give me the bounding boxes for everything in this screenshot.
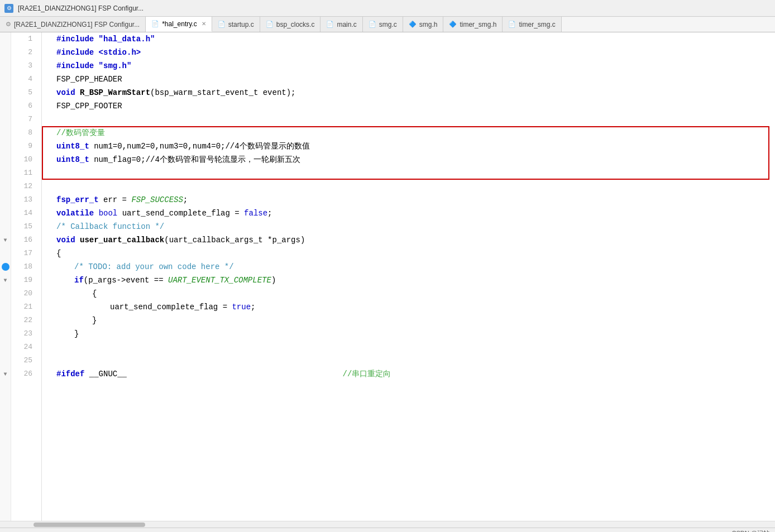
token: } — [74, 327, 79, 341]
tab-label-bsp_clocks: bsp_clocks.c — [276, 21, 315, 28]
code-content[interactable]: #include "hal_data.h"#include <stdio.h>#… — [42, 32, 775, 521]
line-number-6: 6 — [11, 99, 37, 113]
gutter-cell-3 — [0, 59, 11, 73]
tab-smg_h[interactable]: 🔷smg.h — [403, 17, 444, 32]
line-number-2: 2 — [11, 46, 37, 59]
collapse-icon-19[interactable]: ▼ — [3, 277, 7, 284]
horizontal-scrollbar[interactable] — [0, 521, 775, 528]
gutter-cell-25 — [0, 354, 11, 367]
token: num1=0,num2=0,num3=0,num4=0;//4个数码管显示的数值 — [94, 140, 309, 153]
gutter-cell-24 — [0, 341, 11, 354]
line-number-20: 20 — [11, 287, 37, 300]
tab-main[interactable]: 📄main.c — [320, 17, 362, 32]
tab-label-timer_smg_h: timer_smg.h — [460, 21, 496, 28]
code-line-4: FSP_CPP_HEADER — [47, 73, 775, 86]
line-number-3: 3 — [11, 59, 37, 73]
tab-label-fsp: [RA2E1_DIANZIZHONG1] FSP Configur... — [14, 21, 140, 28]
token: //数码管变量 — [56, 126, 105, 140]
tab-startup[interactable]: 📄startup.c — [212, 17, 260, 32]
token: (bsp_warm_start_event_t event); — [150, 86, 295, 99]
gutter-cell-5 — [0, 86, 11, 99]
code-line-10: uint8_t num_flag=0;//4个数码管和冒号轮流显示，一轮刷新五次 — [47, 153, 775, 166]
token: uart_send_complete_flag = — [122, 207, 244, 220]
line-number-13: 13 — [11, 193, 37, 207]
code-line-25: ​ — [47, 354, 775, 367]
token: R_BSP_WarmStart — [80, 86, 150, 99]
code-line-19: if(p_args->event == UART_EVENT_TX_COMPLE… — [47, 274, 775, 287]
token: ; — [183, 193, 188, 207]
gutter-cell-4 — [0, 73, 11, 86]
line-number-8: 8 — [11, 126, 37, 140]
code-line-23: } — [47, 327, 775, 341]
line-number-11: 11 — [11, 166, 37, 180]
tab-icon-timer_smg_h: 🔷 — [449, 21, 457, 28]
token: void — [56, 86, 80, 99]
token: FSP_CPP_HEADER — [56, 73, 122, 86]
token: UART_EVENT_TX_COMPLETE — [168, 274, 271, 287]
code-line-21: uart_send_complete_flag = true; — [47, 300, 775, 314]
tab-icon-bsp_clocks: 📄 — [266, 21, 274, 28]
gutter-cell-7 — [0, 113, 11, 126]
tab-bar: ⚙[RA2E1_DIANZIZHONG1] FSP Configur...📄*h… — [0, 17, 775, 32]
token: false — [244, 207, 267, 220]
debug-icon-18 — [2, 263, 9, 271]
tab-label-startup: startup.c — [228, 21, 254, 28]
token: #include <stdio.h> — [56, 46, 141, 59]
tab-timer_smg_c[interactable]: 📄timer_smg.c — [503, 17, 561, 32]
token: { — [56, 247, 61, 260]
code-line-12: ​ — [47, 180, 775, 193]
line-number-5: 5 — [11, 86, 37, 99]
line-number-18: 18 — [11, 260, 37, 274]
scroll-thumb[interactable] — [34, 523, 145, 527]
gutter-cell-16[interactable]: ▼ — [0, 233, 11, 247]
tab-smg_c[interactable]: 📄smg.c — [363, 17, 403, 32]
collapse-icon-26[interactable]: ▼ — [3, 371, 7, 377]
token: #ifdef — [56, 367, 89, 381]
line-number-19: 19 — [11, 274, 37, 287]
gutter-cell-1 — [0, 32, 11, 46]
tab-hal_entry[interactable]: 📄*hal_entry.c✕ — [146, 17, 212, 32]
token: } — [92, 314, 97, 327]
gutter-cell-26[interactable]: ▼ — [0, 367, 11, 381]
gutter-cell-21 — [0, 300, 11, 314]
token: bool — [99, 207, 122, 220]
app-icon: ⚙ — [4, 4, 13, 13]
code-line-24: ​ — [47, 341, 775, 354]
tab-close-hal_entry[interactable]: ✕ — [202, 21, 206, 27]
title-bar: ⚙ [RA2E1_DIANZIZHONG1] FSP Configur... — [0, 0, 775, 17]
tab-icon-smg_c: 📄 — [369, 21, 376, 28]
token: volatile — [56, 207, 99, 220]
token: ; — [251, 300, 255, 314]
code-line-5: void R_BSP_WarmStart(bsp_warm_start_even… — [47, 86, 775, 99]
token: (p_args->event == — [84, 274, 168, 287]
line-number-7: 7 — [11, 113, 37, 126]
token: err = — [103, 193, 131, 207]
tab-fsp[interactable]: ⚙[RA2E1_DIANZIZHONG1] FSP Configur... — [0, 17, 146, 32]
code-line-1: #include "hal_data.h" — [47, 32, 775, 46]
line-number-23: 23 — [11, 327, 37, 341]
token: void — [56, 233, 80, 247]
token: /* TODO: add your own code here */ — [74, 260, 234, 274]
tab-timer_smg_h[interactable]: 🔷timer_smg.h — [443, 17, 503, 32]
token: FSP_SUCCESS — [131, 193, 183, 207]
token: num_flag=0;//4个数码管和冒号轮流显示，一轮刷新五次 — [94, 153, 300, 166]
tab-bsp_clocks[interactable]: 📄bsp_clocks.c — [260, 17, 321, 32]
tab-label-hal_entry: *hal_entry.c — [162, 20, 197, 28]
tab-icon-hal_entry: 📄 — [151, 20, 159, 27]
gutter-cell-14 — [0, 207, 11, 220]
tab-icon-timer_smg_c: 📄 — [508, 21, 516, 28]
token: //串口重定向 — [127, 367, 391, 381]
code-line-13: fsp_err_t err = FSP_SUCCESS; — [47, 193, 775, 207]
code-line-22: } — [47, 314, 775, 327]
gutter-cell-11 — [0, 166, 11, 180]
token: uint8_t — [56, 140, 94, 153]
code-line-26: #ifdef __GNUC__ //串口重定向 — [47, 367, 775, 381]
gutter-cell-18[interactable] — [0, 260, 11, 274]
collapse-icon-16[interactable]: ▼ — [3, 237, 7, 243]
gutter-cell-19[interactable]: ▼ — [0, 274, 11, 287]
gutter-cell-13 — [0, 193, 11, 207]
gutter-cell-15 — [0, 220, 11, 233]
code-line-7: ​ — [47, 113, 775, 126]
token: user_uart_callback — [80, 233, 164, 247]
code-line-3: #include "smg.h" — [47, 59, 775, 73]
